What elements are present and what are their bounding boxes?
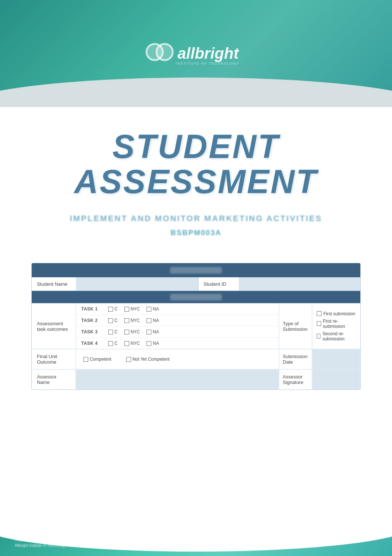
svg-text:INSTITUTE OF TECHNOLOGY: INSTITUTE OF TECHNOLOGY bbox=[176, 62, 240, 65]
outcome-checkboxes: Competent Not Yet Competent bbox=[76, 349, 279, 369]
tasks-area: Assessment task outcomes TASK 1 C NYC bbox=[32, 303, 360, 349]
task-2-c-box[interactable] bbox=[108, 318, 113, 323]
task-4-nyc[interactable]: NYC bbox=[124, 341, 140, 346]
task-1-label: TASK 1 bbox=[81, 306, 102, 312]
logo-svg: allbright INSTITUTE OF TECHNOLOGY bbox=[144, 38, 248, 68]
competent-box[interactable] bbox=[83, 357, 88, 362]
outcome-row: Final Unit Outcome Competent Not Yet Com… bbox=[32, 349, 360, 370]
student-row: Student Name Student ID bbox=[32, 277, 360, 291]
tasks-middle: TASK 1 C NYC NA TAS bbox=[76, 303, 279, 349]
task-2-nyc-box[interactable] bbox=[124, 318, 129, 323]
student-name-label: Student Name bbox=[32, 277, 76, 291]
assessor-right: Assessor Signature bbox=[279, 370, 360, 389]
task-1-na-box[interactable] bbox=[147, 307, 151, 312]
logo-container: allbright INSTITUTE OF TECHNOLOGY bbox=[144, 38, 248, 69]
code-text: BSBPM003A bbox=[171, 229, 221, 237]
submission-option-3-box[interactable] bbox=[317, 334, 320, 339]
task-2-na-box[interactable] bbox=[147, 318, 151, 323]
task-3-na[interactable]: NA bbox=[147, 329, 159, 334]
submission-date-input[interactable] bbox=[312, 349, 360, 369]
task-3-nyc[interactable]: NYC bbox=[124, 329, 140, 334]
task-1-nyc-box[interactable] bbox=[124, 307, 129, 312]
competent-option[interactable]: Competent bbox=[83, 357, 111, 362]
header-section: allbright INSTITUTE OF TECHNOLOGY bbox=[0, 0, 392, 107]
submission-date-label: Submission Date bbox=[279, 349, 312, 369]
task-3-c[interactable]: C bbox=[108, 329, 118, 334]
subtitle-text: IMPLEMENT AND MONITOR MARKETING ACTIVITI… bbox=[70, 214, 322, 223]
form-header-row-2 bbox=[32, 291, 360, 303]
task-4-c[interactable]: C bbox=[108, 341, 118, 346]
task-4-nyc-box[interactable] bbox=[124, 341, 129, 346]
svg-text:allbright: allbright bbox=[178, 45, 240, 62]
assessment-tasks-label: Assessment task outcomes bbox=[32, 303, 76, 349]
task-2-nyc[interactable]: NYC bbox=[124, 318, 140, 323]
submission-option-1[interactable]: First submission bbox=[317, 311, 356, 316]
final-unit-outcome-label: Final Unit Outcome bbox=[32, 349, 76, 369]
assessor-name-input[interactable] bbox=[76, 370, 279, 389]
assessor-name-label: Assessor Name bbox=[32, 370, 76, 389]
student-id-label: Student ID bbox=[198, 277, 239, 291]
task-4-c-box[interactable] bbox=[108, 341, 113, 346]
task-1-nyc[interactable]: NYC bbox=[124, 306, 140, 312]
assessor-signature-label: Assessor Signature bbox=[279, 370, 312, 389]
page-wrapper: allbright INSTITUTE OF TECHNOLOGY STUDEN… bbox=[0, 0, 392, 556]
task-3-nyc-box[interactable] bbox=[124, 330, 129, 334]
tasks-right: Type of Submission First submission Firs… bbox=[279, 303, 360, 349]
task-row-2: TASK 2 C NYC NA bbox=[76, 315, 279, 326]
type-of-submission-label: Type of Submission bbox=[279, 303, 312, 349]
submission-option-1-box[interactable] bbox=[317, 311, 321, 316]
title-section: STUDENT ASSESSMENT IMPLEMENT AND MONITOR… bbox=[0, 107, 392, 248]
form-section: Student Name Student ID Assessment task … bbox=[31, 263, 361, 390]
task-2-label: TASK 2 bbox=[81, 318, 102, 323]
task-1-na[interactable]: NA bbox=[147, 306, 159, 312]
task-4-label: TASK 4 bbox=[81, 341, 102, 346]
assessor-signature-input[interactable] bbox=[312, 370, 360, 389]
task-1-c[interactable]: C bbox=[108, 306, 118, 312]
main-title: STUDENT ASSESSMENT bbox=[74, 129, 318, 199]
outcome-right: Submission Date bbox=[279, 349, 360, 369]
submission-option-2-box[interactable] bbox=[317, 321, 321, 326]
student-name-input[interactable] bbox=[76, 277, 198, 291]
task-row-3: TASK 3 C NYC NA bbox=[76, 326, 279, 338]
task-3-na-box[interactable] bbox=[147, 330, 151, 334]
task-2-na[interactable]: NA bbox=[147, 318, 159, 323]
submission-option-3[interactable]: Second re-submission bbox=[317, 331, 356, 342]
task-row-4: TASK 4 C NYC NA bbox=[76, 338, 279, 349]
not-yet-competent-option[interactable]: Not Yet Competent bbox=[126, 357, 170, 362]
header-blurred-1 bbox=[170, 267, 222, 274]
header-blurred-2 bbox=[170, 294, 222, 301]
task-4-na[interactable]: NA bbox=[147, 341, 159, 346]
task-2-c[interactable]: C bbox=[108, 318, 118, 323]
task-3-c-box[interactable] bbox=[108, 330, 113, 334]
nyc-final-box[interactable] bbox=[126, 357, 131, 362]
footer-text: Copyright © 2023 Allbright Institute of … bbox=[15, 537, 377, 549]
task-4-na-box[interactable] bbox=[147, 341, 151, 346]
student-id-input[interactable] bbox=[239, 277, 361, 291]
footer-section: Copyright © 2023 Allbright Institute of … bbox=[0, 526, 392, 556]
task-3-label: TASK 3 bbox=[81, 329, 102, 334]
task-row-1: TASK 1 C NYC NA bbox=[76, 303, 279, 315]
assessor-row: Assessor Name Assessor Signature bbox=[32, 370, 360, 389]
form-header-row-1 bbox=[32, 263, 360, 277]
task-1-c-box[interactable] bbox=[108, 307, 113, 312]
submission-option-2[interactable]: First re-submission bbox=[317, 319, 356, 329]
svg-point-1 bbox=[157, 44, 173, 60]
type-of-submission-options: First submission First re-submission Sec… bbox=[312, 303, 360, 349]
